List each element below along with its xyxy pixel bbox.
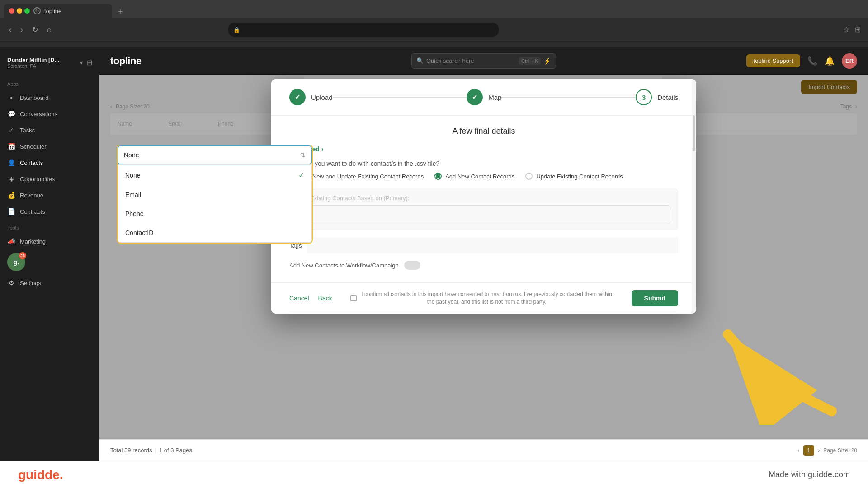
guidde-watermark: guidde. Made with guidde.com: [0, 461, 868, 488]
advanced-chevron-icon: ›: [321, 145, 324, 153]
extensions-icon[interactable]: ⊞: [855, 25, 861, 34]
tags-input-area[interactable]: [307, 237, 678, 253]
sidebar-item-contracts[interactable]: 📄 Contracts: [0, 203, 99, 220]
sidebar: Dunder Mifflin [D... Scranton, PA ▾ ⊟ Ap…: [0, 47, 99, 461]
sidebar-item-marketing[interactable]: 📣 Marketing: [0, 233, 99, 249]
toolbar-actions: ☆ ⊞: [843, 25, 861, 34]
search-shortcut: Ctrl + K: [519, 57, 541, 65]
upload-step-circle: ✓: [289, 89, 306, 105]
dropdown-trigger[interactable]: None ⇅: [118, 145, 312, 164]
search-bar[interactable]: 🔍 Quick search here Ctrl + K ⚡: [411, 53, 556, 69]
back-button[interactable]: Back: [318, 295, 332, 302]
lightning-icon: ⚡: [543, 57, 551, 65]
phone-icon[interactable]: 📞: [807, 56, 817, 66]
sidebar-item-scheduler[interactable]: 📅 Scheduler: [0, 138, 99, 155]
user-avatar-header[interactable]: ER: [842, 53, 857, 69]
sidebar-item-revenue[interactable]: 💰 Revenue: [0, 187, 99, 203]
radio-add-new-label: Add New Contact Records: [445, 173, 514, 180]
dropdown-item-phone[interactable]: Phone: [118, 204, 311, 223]
sidebar-item-opportunities[interactable]: ◈ Opportunities: [0, 171, 99, 187]
radio-update-label: Update Existing Contact Records: [536, 173, 623, 180]
page-size-bottom: Page Size: 20: [823, 447, 857, 454]
lock-icon: 🔒: [233, 27, 240, 33]
bell-icon[interactable]: 🔔: [825, 56, 835, 66]
browser-toolbar: ‹ › ↻ ⌂ 🔒 ☆ ⊞: [0, 18, 868, 42]
home-button[interactable]: ⌂: [45, 24, 53, 36]
new-tab-button[interactable]: +: [114, 5, 127, 18]
dropdown-border: None ⇅ None ✓ Email Phone: [117, 145, 313, 244]
contacts-label: Contacts: [20, 160, 43, 166]
step-map: ✓ Map: [467, 89, 501, 105]
dropdown-selected-value: None: [124, 151, 139, 159]
org-selector[interactable]: Dunder Mifflin [D... Scranton, PA ▾ ⊟: [0, 53, 99, 76]
sidebar-item-tasks[interactable]: ✓ Tasks: [0, 122, 99, 138]
marketing-icon: 📣: [7, 237, 15, 245]
map-step-circle: ✓: [467, 89, 483, 105]
details-step-label: Details: [657, 94, 678, 101]
app-logo: topline: [110, 55, 142, 67]
radio-update-existing[interactable]: Update Existing Contact Records: [525, 173, 623, 180]
import-modal: ✓ Upload ✓ Map 3 Details: [271, 79, 696, 314]
address-bar[interactable]: 🔒: [228, 23, 499, 37]
dropdown-item-contactid-label: ContactID: [125, 229, 153, 236]
submit-button[interactable]: Submit: [632, 290, 678, 306]
minimize-button[interactable]: [17, 8, 22, 14]
dropdown-item-email[interactable]: Email: [118, 185, 311, 204]
bookmark-icon[interactable]: ☆: [843, 25, 849, 34]
contracts-icon: 📄: [7, 207, 15, 216]
sidebar-item-contacts[interactable]: 👤 Contacts: [0, 155, 99, 171]
page-nav-prev[interactable]: ‹: [798, 447, 800, 454]
guidde-tagline: Made with guidde.com: [769, 470, 850, 479]
sidebar-item-settings[interactable]: ⚙ Settings: [0, 275, 99, 291]
workflow-toggle[interactable]: [404, 261, 420, 270]
org-name: Dunder Mifflin [D...: [7, 56, 60, 63]
confirm-checkbox[interactable]: [350, 295, 357, 301]
contracts-label: Contracts: [20, 208, 45, 215]
layout-icon[interactable]: ⊟: [86, 58, 92, 67]
revenue-icon: 💰: [7, 191, 15, 199]
sidebar-item-dashboard[interactable]: ▪ Dashboard: [0, 89, 99, 106]
dropdown-container: None ⇅ None ✓ Email Phone: [117, 145, 313, 244]
step-details: 3 Details: [636, 89, 678, 105]
radio-add-new[interactable]: Add New Contact Records: [434, 173, 514, 180]
upload-step-label: Upload: [311, 94, 333, 101]
forward-nav-button[interactable]: ›: [19, 24, 24, 36]
app-header: topline 🔍 Quick search here Ctrl + K ⚡ t…: [99, 47, 868, 75]
marketing-label: Marketing: [20, 238, 46, 245]
support-button[interactable]: topline Support: [746, 54, 800, 67]
scheduler-icon: 📅: [7, 142, 15, 150]
active-tab[interactable]: ↻ topline: [4, 4, 112, 18]
skip-dropdown-placeholder: [297, 205, 670, 224]
sidebar-item-conversations[interactable]: 💬 Conversations: [0, 106, 99, 122]
maximize-button[interactable]: [24, 8, 30, 14]
current-page: 1: [803, 445, 814, 456]
dropdown-item-none[interactable]: None ✓: [118, 165, 311, 185]
step-connector-2: [501, 97, 636, 98]
csv-question: What do you want to do with contact/s in…: [289, 160, 678, 167]
dropdown-item-contactid[interactable]: ContactID: [118, 223, 311, 242]
org-chevron-icon: ▾: [80, 60, 83, 66]
page-nav-next[interactable]: ›: [818, 447, 820, 454]
content-area: Import Contacts ‹ Page Size: 20 Tags › N…: [99, 75, 868, 461]
user-avatar-wrap[interactable]: g. 23: [7, 253, 25, 271]
tab-loading-icon: ↻: [33, 7, 41, 14]
contacts-icon: 👤: [7, 159, 15, 167]
back-nav-button[interactable]: ‹: [7, 24, 13, 36]
map-step-label: Map: [488, 94, 501, 101]
app-container: Dunder Mifflin [D... Scranton, PA ▾ ⊟ Ap…: [0, 47, 868, 461]
pages-text: 1 of 3 Pages: [159, 447, 192, 454]
scheduler-label: Scheduler: [20, 143, 47, 150]
close-button[interactable]: [9, 8, 14, 14]
settings-icon: ⚙: [7, 279, 15, 287]
step-connector-1: [333, 97, 467, 98]
org-location: Scranton, PA: [7, 63, 60, 69]
opportunities-icon: ◈: [7, 175, 15, 183]
separator: |: [155, 447, 156, 454]
dropdown-list: None ✓ Email Phone ContactID: [118, 164, 312, 243]
modal-title: A few final details: [289, 127, 678, 136]
reload-button[interactable]: ↻: [30, 23, 40, 36]
radio-add-update-label: Add New and Update Existing Contact Reco…: [300, 173, 424, 180]
conversations-label: Conversations: [20, 111, 57, 117]
cancel-button[interactable]: Cancel: [289, 295, 309, 302]
details-step-circle: 3: [636, 89, 652, 105]
